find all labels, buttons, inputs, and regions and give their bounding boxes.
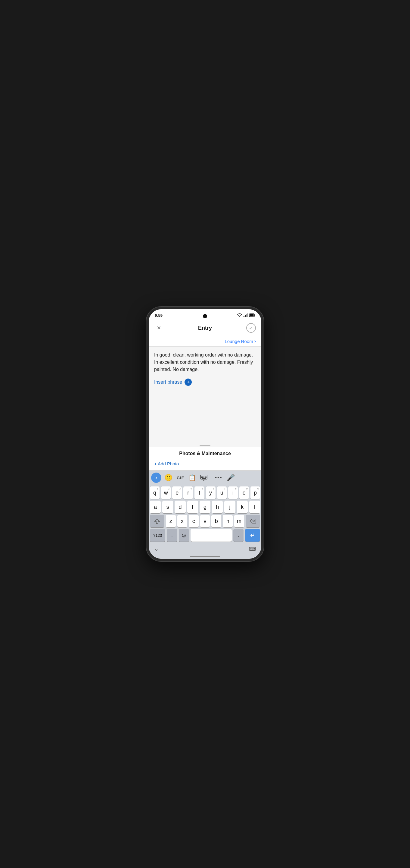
keyboard-type-icon[interactable]: ⌨ [249, 546, 256, 552]
camera-indicator [203, 314, 207, 318]
svg-rect-14 [202, 477, 203, 478]
key-a[interactable]: a [150, 501, 161, 513]
backspace-icon [249, 519, 256, 524]
status-time: 9:59 [155, 313, 163, 318]
key-u[interactable]: u7 [217, 487, 227, 499]
insert-phrase-button[interactable]: Insert phrase + [154, 378, 256, 386]
key-symbols[interactable]: ?123 [150, 529, 165, 541]
more-button[interactable]: ••• [214, 473, 224, 482]
keyboard-area: q1 w2 e3 r4 t5 y6 u7 i8 o9 p0 a s d f g … [149, 485, 261, 544]
svg-rect-1 [245, 315, 246, 317]
key-enter[interactable]: ↵ [245, 529, 260, 541]
app-header: × Entry ✓ [149, 320, 261, 336]
key-k[interactable]: k [237, 501, 248, 513]
sticker-button[interactable]: 🙂 [163, 472, 174, 483]
clipboard-icon: 📋 [189, 474, 196, 481]
more-icon: ••• [215, 475, 223, 481]
svg-rect-16 [205, 477, 206, 478]
add-photo-button[interactable]: + Add Photo [154, 460, 256, 467]
key-period[interactable]: . [233, 529, 243, 541]
key-space[interactable] [191, 529, 232, 541]
key-emoji[interactable]: ☺ [179, 529, 189, 541]
key-m[interactable]: m [234, 515, 244, 527]
keyboard-row-3: z x c v b n m [150, 515, 260, 527]
svg-rect-11 [205, 476, 206, 476]
key-f[interactable]: f [187, 501, 198, 513]
clipboard-button[interactable]: 📋 [187, 473, 197, 483]
keyboard-back-button[interactable]: ‹ [151, 472, 161, 483]
wifi-icon [237, 313, 242, 317]
svg-rect-15 [204, 477, 204, 478]
sticker-icon: 🙂 [164, 474, 172, 482]
insert-phrase-label: Insert phrase [154, 379, 182, 385]
status-icons [237, 313, 255, 317]
keyboard-toolbar: ‹ 🙂 GIF 📋 [149, 470, 261, 485]
key-l[interactable]: l [249, 501, 260, 513]
svg-rect-10 [204, 476, 204, 476]
svg-rect-0 [243, 316, 244, 317]
keyboard-row-4: ?123 , ☺ . ↵ [150, 529, 260, 541]
entry-body-text: In good, clean, working order with no da… [154, 351, 256, 373]
keyboard-icon [200, 475, 207, 481]
key-i[interactable]: i8 [228, 487, 238, 499]
content-area: In good, clean, working order with no da… [149, 347, 261, 470]
key-x[interactable]: x [177, 515, 187, 527]
check-button[interactable]: ✓ [246, 323, 256, 333]
svg-rect-2 [246, 314, 247, 317]
key-o[interactable]: o9 [239, 487, 249, 499]
key-c[interactable]: c [189, 515, 199, 527]
keyboard-row-2: a s d f g h j k l [150, 501, 260, 513]
home-bar [190, 556, 220, 557]
back-icon: ‹ [155, 475, 157, 481]
key-y[interactable]: y6 [206, 487, 215, 499]
breadcrumb[interactable]: Lounge Room › [149, 336, 261, 347]
breadcrumb-text: Lounge Room [225, 339, 253, 344]
key-s[interactable]: s [162, 501, 173, 513]
key-comma[interactable]: , [167, 529, 177, 541]
key-e[interactable]: e3 [172, 487, 182, 499]
key-n[interactable]: n [223, 515, 233, 527]
keyboard-switch-button[interactable] [199, 473, 209, 482]
photos-section-title: Photos & Maintenance [154, 451, 256, 456]
key-z[interactable]: z [166, 515, 176, 527]
photos-section: Photos & Maintenance + Add Photo [149, 447, 261, 470]
home-indicator [149, 555, 261, 559]
key-j[interactable]: j [224, 501, 235, 513]
svg-rect-9 [202, 476, 203, 476]
svg-rect-12 [206, 476, 206, 476]
gif-label: GIF [177, 475, 184, 480]
close-button[interactable]: × [154, 324, 164, 332]
svg-rect-13 [201, 477, 202, 478]
key-p[interactable]: p0 [250, 487, 260, 499]
svg-rect-6 [250, 314, 254, 316]
keyboard-row-1: q1 w2 e3 r4 t5 y6 u7 i8 o9 p0 [150, 487, 260, 499]
header-title: Entry [198, 325, 212, 331]
key-v[interactable]: v [200, 515, 210, 527]
drag-handle [149, 443, 261, 447]
gif-button[interactable]: GIF [175, 474, 185, 481]
key-r[interactable]: r4 [183, 487, 193, 499]
svg-rect-17 [206, 477, 206, 478]
signal-icon [243, 313, 248, 317]
toolbar-separator [211, 473, 211, 482]
key-shift[interactable] [150, 515, 164, 527]
keyboard-dismiss-icon[interactable]: ⌄ [154, 546, 159, 552]
svg-rect-3 [247, 313, 248, 317]
key-b[interactable]: b [211, 515, 221, 527]
text-entry-area[interactable]: In good, clean, working order with no da… [149, 347, 261, 443]
key-d[interactable]: d [175, 501, 185, 513]
phone-frame: 9:59 × Entry [146, 307, 264, 561]
key-backspace[interactable] [246, 515, 260, 527]
shift-icon [154, 518, 160, 524]
key-t[interactable]: t5 [195, 487, 204, 499]
key-g[interactable]: g [200, 501, 210, 513]
key-w[interactable]: w2 [161, 487, 171, 499]
mic-button[interactable]: 🎤 [226, 472, 236, 483]
svg-rect-18 [202, 478, 206, 479]
status-bar: 9:59 [149, 309, 261, 320]
key-q[interactable]: q1 [150, 487, 160, 499]
battery-icon [249, 313, 255, 317]
svg-rect-8 [201, 476, 202, 476]
key-h[interactable]: h [212, 501, 223, 513]
insert-phrase-icon: + [184, 378, 192, 386]
